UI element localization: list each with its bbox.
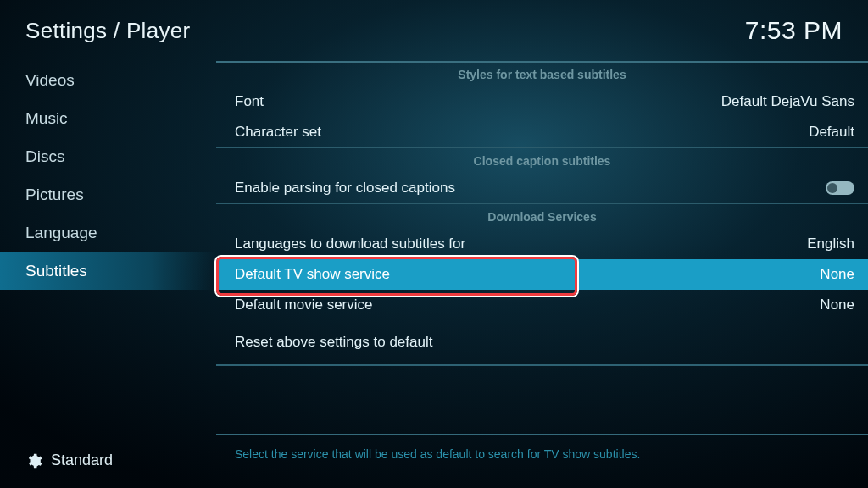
group-header-styles-for-text-based-subtitles: Styles for text based subtitles: [216, 61, 868, 86]
main-panel: Styles for text based subtitlesFontDefau…: [216, 61, 868, 488]
footer: Select the service that will be used as …: [216, 434, 868, 488]
hint-text: Select the service that will be used as …: [235, 447, 849, 461]
gear-icon: [25, 452, 42, 469]
setting-value: Default: [809, 124, 854, 141]
setting-default-movie-service[interactable]: Default movie serviceNone: [216, 290, 868, 320]
sidebar: VideosMusicDiscsPicturesLanguageSubtitle…: [0, 61, 216, 488]
body: VideosMusicDiscsPicturesLanguageSubtitle…: [0, 61, 868, 488]
setting-label: Default TV show service: [235, 266, 390, 283]
sidebar-item-language[interactable]: Language: [0, 214, 216, 252]
app-root: Settings / Player 7:53 PM VideosMusicDis…: [0, 0, 868, 488]
group-header-closed-caption-subtitles: Closed caption subtitles: [216, 147, 868, 173]
setting-value: None: [820, 297, 854, 313]
setting-reset-above-settings-to-default[interactable]: Reset above settings to default: [216, 327, 868, 358]
setting-character-set[interactable]: Character setDefault: [216, 117, 868, 147]
breadcrumb: Settings / Player: [25, 18, 190, 44]
toggle-switch[interactable]: [826, 181, 854, 195]
sidebar-item-pictures[interactable]: Pictures: [0, 175, 216, 214]
settings-level-button[interactable]: Standard: [0, 452, 216, 469]
setting-value: Default DejaVu Sans: [721, 93, 854, 110]
setting-label: Reset above settings to default: [235, 334, 432, 351]
setting-value: None: [820, 266, 854, 283]
settings-list: Styles for text based subtitlesFontDefau…: [216, 61, 868, 434]
setting-label: Enable parsing for closed captions: [235, 180, 455, 197]
setting-languages-to-download-subtitles-for[interactable]: Languages to download subtitles forEngli…: [216, 229, 868, 259]
setting-value: English: [807, 236, 854, 252]
separator: [216, 364, 868, 366]
setting-font[interactable]: FontDefault DejaVu Sans: [216, 86, 868, 117]
sidebar-item-videos[interactable]: Videos: [0, 61, 216, 99]
setting-label: Languages to download subtitles for: [235, 236, 465, 252]
sidebar-item-subtitles[interactable]: Subtitles: [0, 252, 216, 290]
settings-level-label: Standard: [51, 452, 113, 469]
setting-default-tv-show-service[interactable]: Default TV show serviceNone: [216, 259, 868, 290]
setting-label: Default movie service: [235, 297, 373, 313]
setting-enable-parsing-for-closed-captions[interactable]: Enable parsing for closed captions: [216, 173, 868, 203]
clock: 7:53 PM: [745, 16, 843, 45]
setting-label: Font: [235, 93, 264, 110]
titlebar: Settings / Player 7:53 PM: [0, 0, 868, 61]
group-header-download-services: Download Services: [216, 203, 868, 229]
setting-label: Character set: [235, 124, 321, 141]
sidebar-item-discs[interactable]: Discs: [0, 137, 216, 175]
sidebar-item-music[interactable]: Music: [0, 99, 216, 137]
sidebar-nav: VideosMusicDiscsPicturesLanguageSubtitle…: [0, 61, 216, 290]
